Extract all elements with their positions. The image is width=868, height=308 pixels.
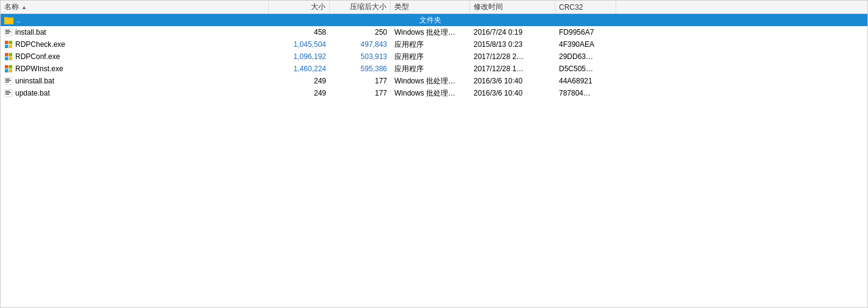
cell-type: Windows 批处理… — [391, 75, 470, 87]
cell-modified: 2017/12/28 1… — [470, 63, 555, 75]
svg-rect-27 — [5, 94, 9, 95]
cell-compressed-size: 503,913 — [330, 51, 391, 63]
table-row[interactable]: RDPConf.exe1,096,192503,913应用程序2017/12/2… — [1, 51, 867, 63]
crc-value: D5C505… — [559, 65, 593, 73]
cell-size: 1,096,192 — [269, 51, 330, 63]
compressed-size-value: 595,386 — [361, 65, 387, 73]
crc-value: 29DD63… — [559, 52, 593, 61]
cell-compressed-size: 497,843 — [330, 38, 391, 51]
svg-rect-21 — [5, 79, 10, 80]
cell-compressed-size — [330, 14, 391, 26]
cell-modified: 2016/7/24 0:19 — [470, 26, 555, 38]
bat-file-icon — [4, 77, 13, 85]
cell-crc: D5C505… — [555, 63, 616, 75]
cell-modified — [470, 14, 555, 26]
compressed-size-value: 177 — [375, 77, 387, 85]
compressed-size-value: 503,913 — [361, 52, 387, 61]
cell-name: RDPWInst.exe — [1, 63, 269, 75]
cell-crc: 44A68921 — [555, 75, 616, 87]
table-row[interactable]: RDPCheck.exe1,045,504497,843应用程序2015/8/1… — [1, 38, 867, 51]
cell-name: update.bat — [1, 87, 269, 99]
cell-compressed-size: 177 — [330, 75, 391, 87]
cell-modified: 2017/12/28 2… — [470, 51, 555, 63]
table-row[interactable]: RDPWInst.exe1,460,224595,386应用程序2017/12/… — [1, 63, 867, 75]
file-name: update.bat — [15, 89, 50, 97]
cell-size: 1,460,224 — [269, 63, 330, 75]
header-crc[interactable]: CRC32 — [555, 1, 616, 13]
cell-size: 249 — [269, 87, 330, 99]
file-size: 1,460,224 — [294, 65, 326, 73]
svg-rect-17 — [9, 65, 13, 69]
header-modified[interactable]: 修改时间 — [470, 1, 555, 13]
compressed-size-value: 250 — [375, 28, 387, 37]
cell-type: Windows 批处理… — [391, 87, 470, 99]
modified-time: 2016/3/6 10:40 — [474, 77, 522, 85]
cell-crc — [555, 14, 616, 26]
cell-type: 文件夹 — [391, 14, 470, 26]
svg-rect-15 — [9, 57, 13, 61]
svg-rect-16 — [5, 65, 9, 69]
svg-rect-9 — [9, 41, 13, 44]
modified-time: 2016/3/6 10:40 — [474, 89, 522, 97]
file-size: 249 — [314, 89, 326, 97]
svg-rect-8 — [5, 41, 9, 44]
cell-compressed-size: 595,386 — [330, 63, 391, 75]
file-type: 应用程序 — [394, 64, 424, 74]
header-compressed[interactable]: 压缩后大小 — [330, 1, 391, 13]
cell-name: RDPCheck.exe — [1, 38, 269, 51]
file-name: RDPConf.exe — [15, 52, 60, 61]
svg-rect-11 — [9, 45, 13, 49]
file-name: uninstall.bat — [15, 77, 54, 85]
svg-rect-5 — [5, 30, 10, 31]
file-size: 249 — [314, 77, 326, 85]
table-row[interactable]: install.bat458250Windows 批处理…2016/7/24 0… — [1, 26, 867, 38]
cell-size: 458 — [269, 26, 330, 38]
compressed-size-value: 177 — [375, 89, 387, 97]
table-header: 名称 ▲ 大小 压缩后大小 类型 修改时间 CRC32 — [1, 1, 867, 14]
file-type: 应用程序 — [394, 40, 424, 50]
sort-up-icon: ▲ — [21, 4, 27, 10]
cell-modified: 2016/3/6 10:40 — [470, 75, 555, 87]
cell-crc: 787804… — [555, 87, 616, 99]
cell-type: 应用程序 — [391, 51, 470, 63]
cell-name: uninstall.bat — [1, 75, 269, 87]
exe-file-icon — [4, 52, 13, 61]
modified-time: 2016/7/24 0:19 — [474, 28, 522, 37]
header-name[interactable]: 名称 ▲ — [1, 1, 269, 13]
svg-rect-6 — [5, 32, 11, 33]
cell-modified: 2016/3/6 10:40 — [470, 87, 555, 99]
cell-name: RDPConf.exe — [1, 51, 269, 63]
svg-rect-13 — [9, 53, 13, 57]
modified-time: 2015/8/13 0:23 — [474, 40, 522, 49]
bat-file-icon — [4, 89, 13, 97]
table-row[interactable]: uninstall.bat249177Windows 批处理…2016/3/6 … — [1, 75, 867, 87]
svg-rect-19 — [9, 69, 13, 73]
table-row[interactable]: ..文件夹 — [1, 14, 867, 26]
modified-time: 2017/12/28 1… — [474, 65, 524, 73]
svg-rect-23 — [5, 82, 9, 83]
table-row[interactable]: update.bat249177Windows 批处理…2016/3/6 10:… — [1, 87, 867, 99]
crc-value: 787804… — [559, 89, 591, 97]
exe-file-icon — [4, 40, 13, 49]
header-size[interactable]: 大小 — [269, 1, 330, 13]
file-type: 文件夹 — [394, 15, 466, 26]
cell-name: .. — [1, 14, 269, 26]
cell-name: install.bat — [1, 26, 269, 38]
file-name: install.bat — [15, 28, 46, 37]
file-type: Windows 批处理… — [394, 76, 455, 86]
cell-type: 应用程序 — [391, 38, 470, 51]
folder-icon — [4, 16, 14, 24]
crc-value: FD9956A7 — [559, 28, 594, 37]
file-type: Windows 批处理… — [394, 88, 455, 99]
file-size: 1,045,504 — [294, 40, 326, 49]
svg-rect-25 — [5, 91, 10, 92]
svg-rect-18 — [5, 69, 9, 73]
table-body: ..文件夹 install.bat458250Windows 批处理…2016/… — [1, 14, 867, 307]
cell-modified: 2015/8/13 0:23 — [470, 38, 555, 51]
svg-rect-7 — [5, 33, 9, 34]
svg-rect-10 — [5, 45, 9, 49]
file-size: 1,096,192 — [294, 52, 326, 61]
bat-file-icon — [4, 28, 13, 37]
header-type[interactable]: 类型 — [391, 1, 470, 13]
compressed-size-value: 497,843 — [361, 40, 387, 49]
